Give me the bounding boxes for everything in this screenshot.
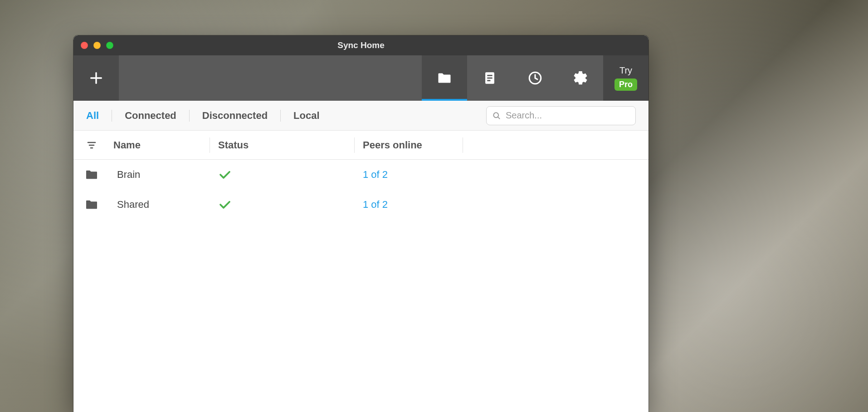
- filter-tab-disconnected[interactable]: Disconnected: [190, 110, 280, 122]
- folder-row[interactable]: Shared 1 of 2: [73, 190, 649, 220]
- desktop-background: Sync Home Try Pro: [0, 0, 868, 412]
- folder-name: Brain: [110, 169, 210, 181]
- titlebar: Sync Home: [73, 35, 649, 55]
- filter-icon[interactable]: [86, 140, 97, 151]
- folder-name: Shared: [110, 199, 210, 211]
- search-icon: [492, 111, 501, 120]
- app-window: Sync Home Try Pro: [73, 35, 649, 412]
- toolbar-spacer: [119, 55, 422, 101]
- folders-tab[interactable]: [422, 55, 467, 101]
- folder-row[interactable]: Brain 1 of 2: [73, 160, 649, 190]
- window-controls: [73, 42, 113, 49]
- fullscreen-window-button[interactable]: [106, 42, 113, 49]
- document-icon: [482, 70, 497, 86]
- clock-icon: [527, 70, 543, 86]
- try-pro-label: Try: [619, 65, 632, 76]
- svg-rect-4: [487, 78, 492, 79]
- folder-icon: [84, 197, 99, 212]
- filter-tab-connected[interactable]: Connected: [112, 110, 189, 122]
- close-window-button[interactable]: [81, 42, 88, 49]
- gear-icon: [572, 70, 589, 86]
- toolbar: Try Pro: [73, 55, 649, 101]
- folder-list: Brain 1 of 2 Shared 1 of 2: [73, 160, 649, 412]
- filter-tab-all[interactable]: All: [86, 110, 112, 122]
- pro-badge: Pro: [614, 78, 637, 91]
- settings-tab[interactable]: [558, 55, 603, 101]
- peers-online-value: 1 of 2: [363, 199, 463, 211]
- check-icon: [218, 168, 232, 181]
- search-field[interactable]: [486, 106, 636, 125]
- filter-tab-local[interactable]: Local: [281, 110, 332, 122]
- minimize-window-button[interactable]: [93, 42, 101, 49]
- column-header-status[interactable]: Status: [218, 139, 354, 151]
- folder-icon: [84, 167, 99, 182]
- svg-rect-3: [487, 75, 492, 76]
- window-title: Sync Home: [73, 40, 649, 50]
- column-separator: [210, 137, 210, 153]
- history-tab[interactable]: [512, 55, 558, 101]
- column-header-name[interactable]: Name: [110, 139, 210, 151]
- try-pro-button[interactable]: Try Pro: [603, 55, 649, 101]
- svg-line-8: [498, 117, 500, 118]
- column-header-peers[interactable]: Peers online: [363, 139, 463, 151]
- column-headers: Name Status Peers online: [73, 131, 649, 160]
- check-icon: [218, 198, 232, 211]
- plus-icon: [88, 70, 104, 86]
- folder-icon: [436, 70, 453, 86]
- svg-rect-5: [487, 80, 490, 81]
- column-separator: [354, 137, 355, 153]
- peers-online-value: 1 of 2: [363, 169, 463, 181]
- filter-bar: All Connected Disconnected Local: [73, 101, 649, 131]
- search-input[interactable]: [506, 110, 630, 121]
- column-separator: [463, 137, 463, 153]
- add-button[interactable]: [73, 55, 119, 101]
- feed-tab[interactable]: [467, 55, 512, 101]
